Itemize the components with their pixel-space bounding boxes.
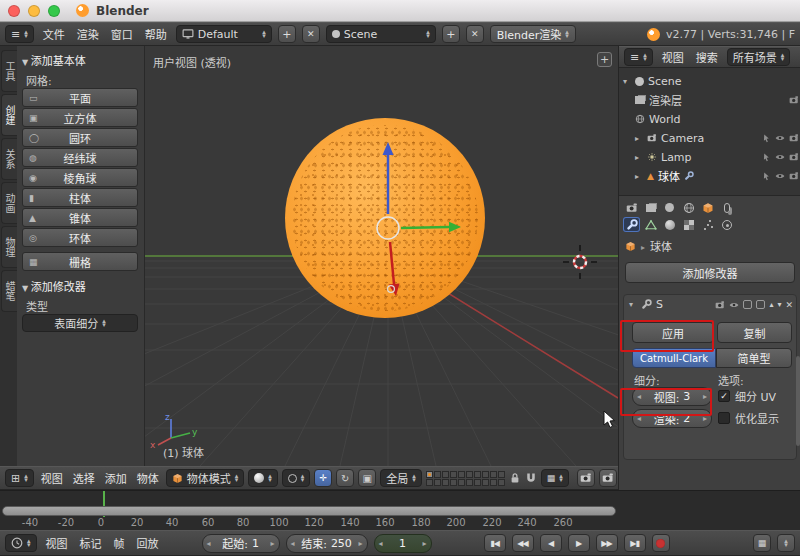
restrict-render-icon[interactable] bbox=[789, 133, 799, 143]
catmull-clark-toggle[interactable]: Catmull-Clark bbox=[632, 348, 716, 368]
menu-object[interactable]: 物体 bbox=[134, 469, 162, 487]
tab-render-layers[interactable] bbox=[642, 200, 659, 215]
transform-orientation-select[interactable]: 全局 bbox=[380, 469, 422, 487]
viewport-3d[interactable]: z y x 用户视图 (透视) (1) 球体 bbox=[145, 46, 618, 466]
opengl-render-anim-button[interactable] bbox=[599, 469, 617, 487]
layer-cell[interactable] bbox=[482, 479, 489, 486]
layer-cell[interactable] bbox=[458, 471, 465, 478]
keying-set-button[interactable] bbox=[753, 534, 771, 552]
disclosure-icon[interactable] bbox=[623, 77, 631, 86]
menu-marker[interactable]: 标记 bbox=[77, 534, 105, 552]
outliner-row-scene[interactable]: Scene bbox=[623, 72, 799, 90]
increment-icon[interactable] bbox=[703, 414, 707, 423]
next-keyframe-button[interactable] bbox=[596, 534, 618, 552]
delete-modifier-icon[interactable] bbox=[785, 300, 793, 310]
tab-texture[interactable] bbox=[680, 217, 697, 232]
play-reverse-button[interactable] bbox=[540, 534, 562, 552]
frame-end-field[interactable]: 结束: 250 bbox=[286, 534, 368, 553]
layer-cell[interactable] bbox=[482, 471, 489, 478]
layers-widget[interactable] bbox=[426, 471, 505, 486]
viewport-shading-select[interactable] bbox=[248, 469, 278, 487]
menu-frame[interactable]: 帧 bbox=[111, 534, 128, 552]
disclosure-icon[interactable] bbox=[635, 172, 643, 181]
increment-icon[interactable] bbox=[703, 392, 707, 401]
view-toggle-icon[interactable] bbox=[729, 300, 739, 310]
add-plane-button[interactable]: ▭平面 bbox=[22, 88, 138, 107]
move-down-icon[interactable] bbox=[777, 300, 781, 309]
layer-cell[interactable] bbox=[426, 471, 433, 478]
layer-cell[interactable] bbox=[466, 479, 473, 486]
play-button[interactable] bbox=[568, 534, 590, 552]
layer-cell[interactable] bbox=[442, 471, 449, 478]
layer-cell[interactable] bbox=[490, 479, 497, 486]
optimal-display-checkbox[interactable] bbox=[718, 412, 730, 424]
restrict-view-icon[interactable] bbox=[775, 133, 785, 143]
tab-relations[interactable]: 关系 bbox=[1, 138, 17, 180]
decrement-icon[interactable] bbox=[291, 539, 295, 548]
snap-element-select[interactable] bbox=[541, 469, 569, 487]
simple-toggle[interactable]: 简单型 bbox=[716, 348, 792, 368]
view-subdivisions-field[interactable]: 视图: 3 bbox=[632, 387, 712, 406]
tab-modifiers[interactable] bbox=[623, 217, 640, 232]
outliner-row-lamp[interactable]: Lamp bbox=[635, 148, 799, 166]
modifier-header[interactable]: S bbox=[629, 298, 793, 311]
layer-cell[interactable] bbox=[458, 479, 465, 486]
tab-render[interactable] bbox=[623, 200, 640, 215]
tab-constraints[interactable] bbox=[718, 200, 735, 215]
layer-cell[interactable] bbox=[490, 471, 497, 478]
pivot-point-select[interactable] bbox=[282, 469, 311, 487]
disclosure-icon[interactable] bbox=[635, 153, 643, 162]
menu-view[interactable]: 视图 bbox=[43, 534, 71, 552]
edit-mode-toggle-icon[interactable] bbox=[743, 300, 752, 309]
layer-cell[interactable] bbox=[474, 479, 481, 486]
rotate-manipulator-toggle[interactable] bbox=[336, 469, 354, 487]
layer-cell[interactable] bbox=[474, 471, 481, 478]
restrict-select-icon[interactable] bbox=[762, 134, 771, 143]
opengl-render-button[interactable] bbox=[577, 469, 595, 487]
frame-start-field[interactable]: 起始: 1 bbox=[202, 534, 280, 553]
tab-animation[interactable]: 动画 bbox=[1, 182, 17, 224]
menu-view[interactable]: 视图 bbox=[38, 469, 66, 487]
optimal-display-option[interactable]: 优化显示 bbox=[718, 410, 779, 426]
previous-keyframe-button[interactable] bbox=[512, 534, 534, 552]
apply-button[interactable]: 应用 bbox=[632, 322, 714, 343]
increment-icon[interactable] bbox=[271, 539, 275, 548]
add-torus-button[interactable]: ◎环体 bbox=[22, 228, 138, 247]
move-up-icon[interactable] bbox=[769, 300, 773, 309]
tab-scene[interactable] bbox=[661, 200, 678, 215]
lock-icon[interactable] bbox=[509, 472, 521, 484]
editor-type-selector[interactable] bbox=[5, 469, 34, 487]
menu-file[interactable]: 文件 bbox=[40, 25, 68, 43]
snap-magnet-icon[interactable] bbox=[525, 472, 537, 484]
restrict-select-icon[interactable] bbox=[762, 153, 771, 162]
decrement-icon[interactable] bbox=[637, 414, 641, 423]
modifier-name[interactable]: S bbox=[656, 298, 663, 311]
add-grid-button[interactable]: ▦栅格 bbox=[22, 252, 138, 271]
record-button[interactable] bbox=[652, 534, 670, 552]
modifier-type-select[interactable]: 表面细分 bbox=[22, 314, 138, 332]
decrement-icon[interactable] bbox=[637, 392, 641, 401]
menu-view[interactable]: 视图 bbox=[659, 48, 687, 66]
outliner-row-sphere[interactable]: ▲ 球体 bbox=[635, 167, 799, 185]
current-frame-field[interactable]: 1 bbox=[374, 534, 432, 553]
add-modifier-button[interactable]: 添加修改器 bbox=[625, 262, 795, 283]
tab-object-data[interactable] bbox=[642, 217, 659, 232]
tab-physics[interactable] bbox=[718, 217, 735, 232]
tab-world[interactable] bbox=[680, 200, 697, 215]
tab-physics[interactable]: 物理 bbox=[1, 226, 17, 268]
close-scene-button[interactable] bbox=[466, 25, 484, 43]
disclosure-icon[interactable] bbox=[629, 300, 637, 309]
restrict-render-icon[interactable] bbox=[789, 152, 799, 162]
timeline-scrollbar[interactable] bbox=[2, 506, 616, 516]
restrict-render-icon[interactable] bbox=[789, 171, 799, 181]
increment-icon[interactable] bbox=[359, 539, 363, 548]
add-cylinder-button[interactable]: ▮柱体 bbox=[22, 188, 138, 207]
add-uv-sphere-button[interactable]: ◍经纬球 bbox=[22, 148, 138, 167]
menu-add[interactable]: 添加 bbox=[102, 469, 130, 487]
layer-cell[interactable] bbox=[442, 479, 449, 486]
translate-manipulator-toggle[interactable] bbox=[314, 469, 332, 487]
editor-type-selector[interactable] bbox=[5, 534, 37, 552]
copy-button[interactable]: 复制 bbox=[717, 322, 792, 343]
zoom-window-icon[interactable] bbox=[48, 5, 60, 17]
minimize-window-icon[interactable] bbox=[28, 5, 40, 17]
